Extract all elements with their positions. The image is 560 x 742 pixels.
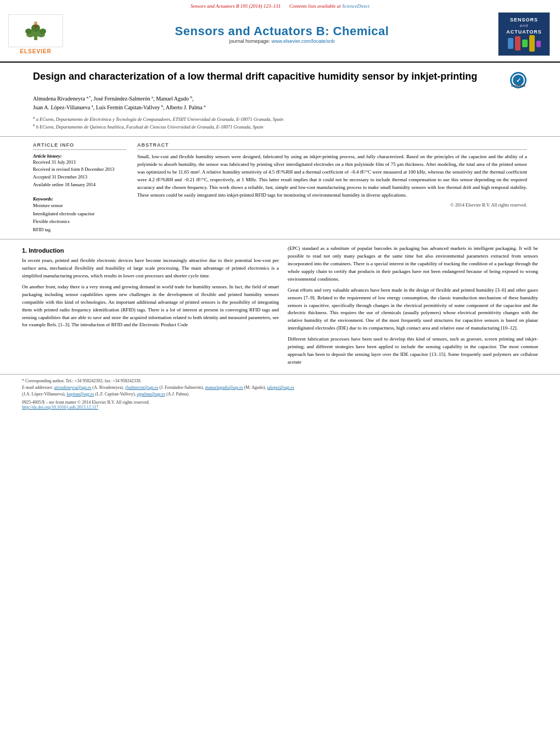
page: Sensors and Actuators B 195 (2014) 123–1… [0,0,560,742]
article-info-title: ARTICLE INFO [33,142,126,150]
svg-rect-12 [529,35,535,52]
article-title-container: Design and characterization of a low the… [33,70,527,89]
abstract-section: ABSTRACT Small, low-cost and flexible hu… [137,142,527,233]
keywords-label: Keywords: [33,196,126,202]
affiliations: a a ECsens, Departamento de Electrónica … [33,115,527,131]
footer-section: * Corresponding author. Tel.: +34 958242… [0,374,560,410]
contents-label: Contents lists available at [289,3,342,9]
info-dates: Received 31 July 2013 Received in revise… [33,159,126,188]
right-paragraph1: (EPC) standard as a substitute of popula… [288,245,538,283]
email-link-5[interactable]: kapitan@ugr.es [67,392,94,397]
journal-header: Sensors and Actuators B 195 (2014) 123–1… [0,0,560,63]
right-column: (EPC) standard as a substitute of popula… [288,245,538,370]
article-body: ARTICLE INFO Article history: Received 3… [0,137,560,239]
copyright-line: © 2014 Elsevier B.V. All rights reserved… [137,202,527,208]
issn-line: 0925-4005/$ – see front matter © 2014 El… [22,400,538,405]
email-names: (A. Rivadeneyra), [92,385,125,390]
svg-point-7 [34,21,37,25]
main-content: 1. Introduction In recent years, printed… [0,239,560,370]
sensors-logo-text: SENSORS and ACTUATORS [506,16,542,36]
elsevier-logo-box [8,14,63,47]
svg-point-5 [25,29,32,34]
journal-title-center: Sensors and Actuators B: Chemical journa… [66,24,498,44]
right-paragraph2: Great efforts and very valuable advances… [288,287,538,333]
article-title-text: Design and characterization of a low the… [33,70,504,83]
article-info: ARTICLE INFO Article history: Received 3… [33,142,126,233]
sensors-actuators-logo: SENSORS and ACTUATORS [498,12,550,56]
elsevier-tree-icon [16,20,55,41]
svg-point-6 [40,29,46,34]
abstract-title: ABSTRACT [137,142,527,150]
email-links[interactable]: arivadeneyra@ugr.es [54,385,92,390]
authors: Almudena Rivadeneyra a,*, José Fernández… [33,94,527,111]
journal-homepage: journal homepage: www.elsevier.com/locat… [66,38,498,44]
section-title: Introduction [29,247,64,254]
sciencedirect-link[interactable]: ScienceDirect [342,3,369,9]
intro-heading: 1. Introduction [22,247,279,254]
info-keywords: Moisture sensor Interdigitated electrode… [33,202,126,233]
crossmark-icon: ✓ CrossMark [509,71,527,89]
intro-paragraph2: On another front, today there is a very … [22,283,279,330]
svg-rect-11 [522,40,528,47]
sensors-logo-line1: SENSORS [506,16,542,24]
received-revised-date: Received in revised form 8 December 2013 [33,166,126,174]
doi-line: http://dx.doi.org/10.1016/j.snb.2013.12.… [22,405,538,410]
email-label: E-mail addresses: [22,385,53,390]
homepage-link[interactable]: www.elsevier.com/locate/snb [272,38,335,44]
sensors-logo-line2: ACTUATORS [506,29,542,36]
email-link-4[interactable]: jalopez@ugr.es [267,385,294,390]
available-date: Available online 18 January 2014 [33,181,126,189]
keyword-1: Moisture sensor [33,202,126,209]
affiliation-b: b b ECsens, Departamento de Química Anal… [33,122,527,131]
homepage-label: journal homepage: [229,38,270,44]
svg-rect-9 [508,38,513,49]
topbar-citation: Sensors and Actuators B 195 (2014) 123–1… [191,3,281,9]
journal-title: Sensors and Actuators B: Chemical [66,24,498,38]
sensors-logo-graphic-icon [508,35,541,52]
article-header: Design and characterization of a low the… [0,63,560,137]
email-link-2[interactable]: jfsalmeron@ugr.es [125,385,158,390]
footnote-emails: E-mail addresses: arivadeneyra@ugr.es (A… [22,384,538,398]
journal-top-bar: Sensors and Actuators B 195 (2014) 123–1… [0,0,560,10]
intro-paragraph1: In recent years, printed and flexible el… [22,257,279,280]
email-link-6[interactable]: ajpalma@ugr.es [137,392,165,397]
svg-rect-8 [35,25,37,28]
svg-text:✓: ✓ [516,77,521,83]
authors-text: Almudena Rivadeneyra a,*, José Fernández… [33,96,205,110]
section-number: 1. [22,247,27,254]
svg-rect-10 [515,36,520,51]
keyword-3: Flexible electronics [33,217,126,225]
affiliation-a: a a ECsens, Departamento de Electrónica … [33,115,527,123]
email-link-3[interactable]: manuelagudo@ugr.es [205,385,243,390]
svg-text:CrossMark: CrossMark [511,84,525,87]
footnote-corresponding: * Corresponding author. Tel.: +34 958242… [22,378,538,384]
history-label: Article history: [33,153,126,159]
elsevier-wordmark: ELSEVIER [20,48,51,54]
received-date: Received 31 July 2013 [33,159,126,166]
header-main: ELSEVIER Sensors and Actuators B: Chemic… [0,10,560,58]
left-column: 1. Introduction In recent years, printed… [22,245,279,370]
accepted-date: Accepted 31 December 2013 [33,174,126,181]
keyword-4: RFID tag [33,226,126,233]
keyword-2: Interdigitated electrode capacitor [33,210,126,217]
right-paragraph3: Different fabrication processes have bee… [288,336,538,366]
doi-link[interactable]: http://dx.doi.org/10.1016/j.snb.2013.12.… [22,405,98,410]
svg-rect-13 [536,41,541,47]
abstract-text: Small, low-cost and flexible humidity se… [137,153,527,199]
sensors-logo-and: and [506,23,542,29]
corresponding-author-note: * Corresponding author. Tel.: +34 958242… [22,378,141,383]
elsevier-logo: ELSEVIER [5,14,66,54]
